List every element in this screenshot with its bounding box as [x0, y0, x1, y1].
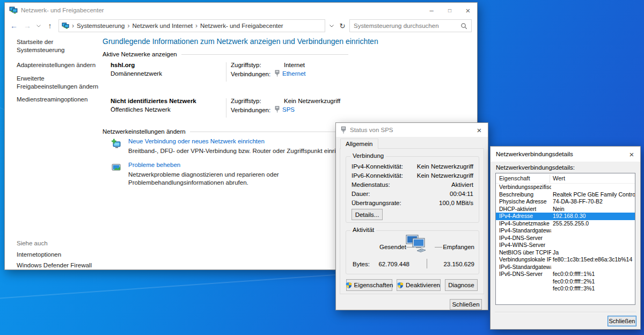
see-also-section: Siehe auch Internetoptionen Windows Defe… [17, 240, 92, 273]
column-eigenschaft[interactable]: Eigenschaft [499, 175, 530, 181]
up-button[interactable]: ↑ [44, 21, 56, 30]
bytes-divider [427, 259, 427, 268]
connection-group-label: Verbindung [350, 152, 386, 159]
disable-button[interactable]: Deaktivieren [397, 279, 441, 291]
breadcrumb-item-systemsteuerung[interactable]: Systemsteuerung [77, 23, 125, 29]
address-dropdown-icon[interactable] [328, 25, 335, 27]
access-type-value: Kein Netzwerkzugriff [284, 98, 340, 104]
breadcrumb-item-netzwerk-internet[interactable]: Netzwerk und Internet [133, 23, 193, 29]
forward-button[interactable]: → [21, 21, 33, 30]
ipv6-connectivity-label: IPv6-Konnektivität: [352, 172, 403, 179]
new-connection-desc: Breitband-, DFÜ- oder VPN-Verbindung bzw… [128, 147, 367, 155]
minimize-button[interactable]: – [422, 3, 441, 18]
computers-activity-icon [404, 234, 429, 256]
section-rule [181, 54, 348, 55]
ipv4-connectivity-label: IPv4-Konnektivität: [352, 163, 403, 170]
network-center-icon [9, 6, 18, 14]
dialog-title: Netzwerkverbindungsdetails [496, 151, 573, 157]
access-type-label: Zugriffstyp: [231, 62, 261, 68]
ethernet-plug-icon [340, 126, 347, 134]
search-box [349, 19, 472, 32]
sps-title-bar: Status von SPS × [336, 123, 488, 137]
table-row[interactable]: Physische Adresse74-DA-38-FF-70-B2 [496, 198, 635, 206]
table-row[interactable]: Verbindungslokale IPv6-...fe80::1c3b:15e… [496, 256, 635, 264]
details-button[interactable]: Details... [352, 209, 383, 220]
table-row[interactable]: IPv4-Standardgateway [496, 227, 635, 235]
page-title: Grundlegende Informationen zum Netzwerk … [103, 37, 378, 46]
speed-value: 100,0 MBit/s [439, 200, 473, 206]
troubleshoot-link[interactable]: Probleme beheben [128, 162, 180, 168]
network-name: Nicht identifiziertes Netzwerk [111, 98, 196, 104]
ethernet-plug-icon [274, 106, 280, 113]
sps-status-dialog: Status von SPS × Allgemein Verbindung IP… [335, 122, 488, 310]
properties-button[interactable]: Eigenschaften [346, 279, 392, 291]
ipv6-connectivity-value: Kein Netzwerkzugriff [417, 172, 473, 179]
address-network-icon [62, 22, 69, 30]
network-entry-hshl: hshl.org Domänennetzwerk Zugriffstyp: In… [111, 62, 348, 83]
dialog-title: Status von SPS [350, 127, 393, 133]
network-entry-unidentified: Nicht identifiziertes Netzwerk Öffentlic… [111, 98, 348, 119]
table-row[interactable]: IPv4-DNS-Server [496, 235, 635, 242]
details-listview[interactable]: Eigenschaft Wert Verbindungsspezifisches… [495, 173, 635, 305]
table-row[interactable]: IPv6-DNS-Serverfec0:0:0:ffff::1%1 [496, 271, 635, 278]
tab-allgemein[interactable]: Allgemein [340, 139, 378, 149]
sps-connection-link[interactable]: SPS [282, 106, 295, 113]
active-networks-label: Aktive Netzwerke anzeigen [103, 51, 177, 57]
table-row[interactable]: IPv4-WINS-Server [496, 242, 635, 249]
new-connection-link[interactable]: Neue Verbindung oder neues Netzwerk einr… [128, 138, 265, 144]
sidebar-item-startseite[interactable]: Startseite der Systemsteuerung [17, 38, 101, 54]
table-row[interactable]: IPv6-Standardgateway [496, 264, 635, 271]
ethernet-plug-icon [274, 70, 280, 77]
table-row[interactable]: NetBIOS über TCPIP ak...Ja [496, 249, 635, 257]
close-icon[interactable]: × [623, 147, 640, 162]
section-rule [190, 132, 348, 132]
sidebar-item-freigabeeinstellungen[interactable]: Erweiterte Freigabeeinstellungen ändern [17, 75, 101, 91]
close-button[interactable]: × [459, 3, 477, 18]
address-bar[interactable]: › Systemsteuerung › Netzwerk und Interne… [58, 19, 325, 32]
activity-groupbox: Aktivität Gesendet Empfangen Bytes: 62.7… [346, 230, 479, 274]
sps-tab-page: Verbindung IPv4-Konnektivität:Kein Netzw… [340, 148, 484, 294]
dash-line [435, 247, 442, 247]
details-title-bar: Netzwerkverbindungsdetails × [491, 147, 640, 162]
sps-close-button[interactable]: Schließen [450, 299, 482, 310]
column-separator [550, 174, 550, 183]
change-settings-label: Netzwerkeinstellungen ändern [103, 128, 186, 135]
network-kind: Öffentliches Netzwerk [111, 106, 171, 113]
table-row-selected[interactable]: IPv4-Adresse192.168.0.30 [496, 213, 635, 220]
table-row[interactable]: fec0:0:0:ffff::3%1 [496, 285, 635, 293]
maximize-button[interactable]: □ [441, 3, 459, 18]
network-name: hshl.org [111, 62, 135, 68]
see-also-internetoptionen[interactable]: Internetoptionen [17, 251, 92, 258]
sidebar-item-adaptereinstellungen[interactable]: Adaptereinstellungen ändern [17, 61, 101, 69]
main-title-bar: Netzwerk- und Freigabecenter – □ × [5, 3, 477, 18]
listview-header: Eigenschaft Wert [496, 173, 635, 184]
sidebar-item-medienstreaming[interactable]: Medienstreamingoptionen [17, 96, 101, 104]
see-also-firewall[interactable]: Windows Defender Firewall [17, 262, 92, 268]
table-row[interactable]: DHCP-aktiviertNein [496, 206, 635, 213]
media-state-label: Medienstatus: [352, 181, 390, 188]
search-icon[interactable] [460, 23, 467, 30]
ethernet-connection-link[interactable]: Ethernet [282, 70, 305, 77]
column-wert[interactable]: Wert [553, 175, 565, 181]
media-state-value: Aktiviert [451, 181, 473, 188]
table-row[interactable]: IPv4-Subnetzmaske255.255.255.0 [496, 220, 635, 228]
table-row[interactable]: Verbindungsspezifisches... [496, 184, 635, 191]
access-type-value: Internet [284, 62, 305, 68]
diagnose-button[interactable]: Diagnose [445, 279, 478, 291]
history-dropdown-icon[interactable] [35, 25, 42, 27]
table-row[interactable]: fec0:0:0:ffff::2%1 [496, 278, 635, 286]
table-row[interactable]: BeschreibungRealtek PCIe GbE Family Cont… [496, 191, 635, 199]
search-input[interactable] [354, 23, 457, 29]
back-button[interactable]: ← [8, 21, 20, 30]
breadcrumb-item-freigabecenter[interactable]: Netzwerk- und Freigabecenter [200, 23, 283, 29]
navigation-toolbar: ← → ↑ › Systemsteuerung › Netzwerk und I… [5, 18, 477, 34]
details-close-button[interactable]: Schließen [608, 316, 636, 326]
troubleshoot-icon [111, 162, 122, 173]
sent-label: Gesendet [379, 244, 406, 250]
close-icon[interactable]: × [471, 123, 488, 137]
refresh-button[interactable]: ↻ [337, 22, 348, 30]
connection-groupbox: Verbindung IPv4-Konnektivität:Kein Netzw… [346, 156, 479, 223]
connections-label: Verbindungen: [231, 71, 270, 77]
breadcrumb-separator: › [128, 22, 130, 30]
column-divider [226, 98, 226, 118]
